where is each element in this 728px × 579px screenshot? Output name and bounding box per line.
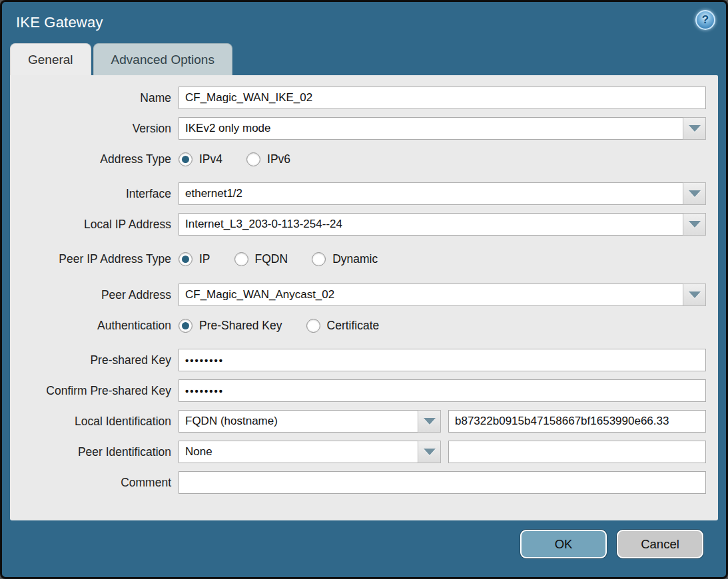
row-interface: Interface [10, 182, 706, 205]
peer-identification-type-dropdown[interactable] [179, 441, 441, 463]
chevron-down-icon [424, 418, 436, 425]
radio-option-ipv6[interactable]: IPv6 [246, 152, 290, 166]
pre-shared-key-label: Pre-shared Key [10, 353, 179, 367]
interface-value-input[interactable] [179, 182, 683, 205]
help-icon[interactable]: ? [695, 10, 715, 30]
peer-identification-dropdown-button[interactable] [418, 441, 441, 463]
local-identification-label: Local Identification [10, 415, 179, 429]
local-identification-type-input[interactable] [179, 410, 418, 433]
local-ip-address-dropdown-button[interactable] [683, 213, 706, 236]
interface-dropdown[interactable] [179, 182, 706, 205]
chevron-down-icon [689, 125, 701, 132]
radio-button-icon[interactable] [246, 152, 260, 166]
peer-address-label: Peer Address [10, 288, 179, 302]
peer-ip-address-type-label: Peer IP Address Type [10, 252, 179, 266]
peer-identification-type-input[interactable] [179, 441, 418, 463]
local-identification-type-dropdown[interactable] [179, 410, 441, 433]
version-dropdown-button[interactable] [683, 117, 706, 140]
chevron-down-icon [689, 221, 701, 228]
confirm-pre-shared-key-input[interactable] [179, 379, 706, 402]
local-ip-address-label: Local IP Address [10, 218, 179, 232]
interface-dropdown-button[interactable] [683, 182, 706, 205]
cancel-button[interactable]: Cancel [617, 530, 703, 558]
version-value-input[interactable] [179, 117, 683, 140]
pre-shared-key-input[interactable] [179, 349, 706, 371]
row-peer-ip-address-type: Peer IP Address Type IP FQDN Dynamic [10, 248, 706, 270]
radio-button-icon[interactable] [234, 252, 248, 266]
local-identification-dropdown-button[interactable] [418, 410, 441, 433]
row-name: Name [10, 87, 706, 109]
address-type-label: Address Type [10, 152, 179, 166]
radio-option-label: Certificate [327, 319, 380, 333]
name-label: Name [10, 91, 179, 105]
tab-bar: General Advanced Options [2, 43, 726, 75]
row-pre-shared-key: Pre-shared Key [10, 349, 706, 371]
radio-option-fqdn[interactable]: FQDN [234, 252, 288, 266]
radio-option-label: FQDN [255, 252, 288, 266]
address-type-radio-group: IPv4 IPv6 [179, 152, 706, 166]
local-ip-address-dropdown[interactable] [179, 213, 706, 236]
radio-option-pre-shared-key[interactable]: Pre-Shared Key [179, 319, 282, 333]
row-confirm-pre-shared-key: Confirm Pre-shared Key [10, 379, 706, 402]
chevron-down-icon [424, 449, 436, 455]
ok-button[interactable]: OK [520, 530, 607, 558]
dialog-title: IKE Gateway [16, 14, 103, 31]
tab-general[interactable]: General [10, 43, 91, 75]
row-version: Version [10, 117, 706, 140]
row-peer-identification: Peer Identification [10, 441, 706, 463]
interface-label: Interface [10, 187, 179, 201]
peer-address-dropdown[interactable] [179, 284, 706, 306]
authentication-label: Authentication [10, 319, 179, 333]
tab-general-label: General [28, 53, 73, 67]
comment-label: Comment [10, 476, 179, 490]
chevron-down-icon [689, 190, 701, 197]
row-authentication: Authentication Pre-Shared Key Certificat… [10, 314, 706, 337]
chevron-down-icon [689, 291, 701, 298]
peer-identification-label: Peer Identification [10, 445, 179, 459]
radio-option-label: Pre-Shared Key [199, 319, 282, 333]
radio-button-icon[interactable] [179, 152, 192, 166]
comment-input[interactable] [179, 471, 706, 494]
peer-address-dropdown-button[interactable] [683, 284, 706, 306]
radio-button-icon[interactable] [179, 252, 192, 266]
title-bar: IKE Gateway ? [2, 2, 726, 43]
row-comment: Comment [10, 471, 706, 494]
radio-option-label: Dynamic [332, 252, 378, 266]
name-input[interactable] [179, 87, 706, 109]
footer-bar: OK Cancel [2, 520, 726, 577]
radio-button-icon[interactable] [306, 319, 320, 333]
ike-gateway-dialog: IKE Gateway ? General Advanced Options N… [0, 0, 728, 579]
version-dropdown[interactable] [179, 117, 706, 140]
version-label: Version [10, 122, 179, 136]
row-address-type: Address Type IPv4 IPv6 [10, 148, 706, 170]
local-ip-address-value-input[interactable] [179, 213, 683, 236]
peer-address-value-input[interactable] [179, 284, 683, 306]
help-icon-glyph: ? [702, 13, 709, 27]
radio-button-icon[interactable] [312, 252, 326, 266]
radio-option-certificate[interactable]: Certificate [306, 319, 380, 333]
authentication-radio-group: Pre-Shared Key Certificate [179, 319, 706, 333]
row-local-ip-address: Local IP Address [10, 213, 706, 236]
peer-ip-address-type-radio-group: IP FQDN Dynamic [179, 252, 706, 266]
tab-advanced-options-label: Advanced Options [111, 53, 214, 67]
radio-option-ip[interactable]: IP [179, 252, 210, 266]
row-peer-address: Peer Address [10, 284, 706, 306]
radio-option-label: IP [199, 252, 210, 266]
row-local-identification: Local Identification [10, 410, 706, 433]
local-identification-value-input[interactable] [448, 410, 706, 433]
radio-option-label: IPv4 [199, 152, 222, 166]
radio-option-ipv4[interactable]: IPv4 [179, 152, 222, 166]
radio-option-dynamic[interactable]: Dynamic [312, 252, 378, 266]
confirm-pre-shared-key-label: Confirm Pre-shared Key [10, 384, 179, 398]
radio-button-icon[interactable] [179, 319, 192, 333]
general-tab-panel: Name Version Address Type [10, 75, 718, 520]
peer-identification-value-input[interactable] [448, 441, 706, 463]
radio-option-label: IPv6 [267, 152, 290, 166]
tab-advanced-options[interactable]: Advanced Options [93, 43, 232, 75]
